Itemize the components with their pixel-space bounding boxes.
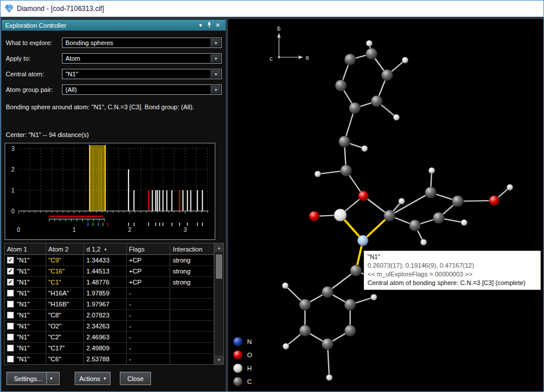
atom-c[interactable] xyxy=(335,80,347,91)
atom-h[interactable] xyxy=(362,146,368,152)
table-row[interactable]: ✓"N1""C1"1.48776+CPstrong xyxy=(5,277,214,288)
pin-icon[interactable] xyxy=(205,21,214,29)
table-row[interactable]: "N1""C6"2.53788- xyxy=(5,354,214,364)
atom1-cell: ✓"N1" xyxy=(5,277,46,287)
atom-c[interactable] xyxy=(350,265,362,276)
checkbox-checked[interactable]: ✓ xyxy=(7,279,14,286)
checkbox-unchecked[interactable] xyxy=(7,301,14,308)
atom-c[interactable] xyxy=(344,54,356,65)
atom-h[interactable] xyxy=(507,184,513,191)
table-row[interactable]: "N1""C2"2.46963- xyxy=(5,332,214,343)
chevron-down-icon[interactable]: ▾ xyxy=(211,39,220,47)
table-row[interactable]: "N1""H16B"1.97967- xyxy=(5,299,214,310)
atom-h[interactable] xyxy=(326,375,333,381)
settings-button[interactable]: Settings... ▾ xyxy=(6,372,60,385)
table-row[interactable]: "N1""H16A"1.97859- xyxy=(5,288,214,299)
actions-button[interactable]: Actions ▾ xyxy=(75,372,111,385)
atom-c[interactable] xyxy=(339,136,350,147)
atom-c[interactable] xyxy=(381,69,393,81)
atom-c[interactable] xyxy=(366,48,377,60)
panel-header[interactable]: Exploration Controller ▾ ✕ xyxy=(2,20,226,31)
scroll-up-icon[interactable]: ▲ xyxy=(215,243,223,252)
scrollbar-thumb[interactable] xyxy=(216,254,222,279)
atom-c[interactable] xyxy=(384,210,395,221)
table-scrollbar[interactable]: ▲ ▼ xyxy=(214,243,223,364)
atom-h[interactable] xyxy=(283,343,289,350)
control-dropdown[interactable]: "N1"▾ xyxy=(62,69,222,79)
table-row[interactable]: "N1""O2"2.34263- xyxy=(5,321,214,332)
checkbox-unchecked[interactable] xyxy=(7,312,14,319)
atom-c[interactable] xyxy=(344,325,356,336)
column-header[interactable]: Atom 2 xyxy=(46,243,84,254)
atom-c[interactable] xyxy=(299,325,311,336)
atom-h[interactable] xyxy=(366,40,373,47)
table-row[interactable]: "N1""C8"2.07823- xyxy=(5,310,214,321)
orientation-axes: bac xyxy=(263,25,316,66)
scroll-down-icon[interactable]: ▼ xyxy=(215,356,223,364)
table-row[interactable]: ✓"N1""C16"1.44513+CPstrong xyxy=(5,266,214,277)
settings-dropdown-arrow-icon[interactable]: ▾ xyxy=(46,372,56,384)
distance-table: Atom 1Atom 2d 1,2▲FlagsInteraction✓"N1""… xyxy=(4,243,224,365)
atom-h[interactable] xyxy=(461,220,468,226)
atom1-label: "N1" xyxy=(17,334,30,341)
atom-h[interactable] xyxy=(429,168,435,174)
checkbox-checked[interactable]: ✓ xyxy=(7,257,14,264)
atom-h[interactable] xyxy=(394,114,400,121)
control-label: Atom group pair: xyxy=(6,84,61,95)
atom1-cell: "N1" xyxy=(5,332,46,342)
atom-c[interactable] xyxy=(433,212,444,224)
distance-histogram-chart[interactable]: 01230123 xyxy=(5,143,215,240)
atom-c[interactable] xyxy=(322,338,333,350)
control-dropdown[interactable]: Bonding spheres▾ xyxy=(62,38,222,48)
chevron-down-icon[interactable]: ▾ xyxy=(211,70,220,78)
molecule-drawing[interactable] xyxy=(228,19,543,391)
title-bar: Diamond - [cod-7106313.cif] xyxy=(1,1,543,17)
column-header[interactable]: d 1,2▲ xyxy=(84,243,127,254)
control-label: What to explore: xyxy=(6,38,61,48)
atom-c[interactable] xyxy=(344,299,356,310)
atom-n[interactable] xyxy=(358,235,369,246)
panel-menu-icon[interactable]: ▾ xyxy=(196,21,205,29)
control-dropdown[interactable]: Atom▾ xyxy=(62,53,222,64)
column-header[interactable]: Atom 1 xyxy=(5,243,46,254)
checkbox-unchecked[interactable] xyxy=(7,323,14,330)
bond[interactable] xyxy=(389,193,431,216)
structure-viewport[interactable]: bac "N1" 0.26073(17), 0.19146(9), 0.4716… xyxy=(228,19,543,391)
atom-h[interactable] xyxy=(315,171,321,177)
control-dropdown[interactable]: (All)▾ xyxy=(62,84,222,95)
atom-c[interactable] xyxy=(371,95,383,107)
column-header[interactable]: Flags xyxy=(127,243,171,254)
close-button[interactable]: Close xyxy=(120,372,151,385)
column-header[interactable]: Interaction xyxy=(170,243,214,254)
atom-c[interactable] xyxy=(452,195,464,207)
window-title: Diamond - [cod-7106313.cif] xyxy=(17,5,104,13)
atom-c[interactable] xyxy=(322,286,333,298)
checkbox-unchecked[interactable] xyxy=(7,290,14,297)
checkbox-unchecked[interactable] xyxy=(7,356,14,363)
checkbox-unchecked[interactable] xyxy=(7,345,14,352)
atom-h[interactable] xyxy=(402,57,409,64)
molecule-bonds[interactable] xyxy=(285,43,510,378)
atom-h[interactable] xyxy=(371,294,377,301)
atom-c[interactable] xyxy=(425,187,436,198)
atom-c[interactable] xyxy=(409,220,421,231)
atom-o[interactable] xyxy=(309,211,319,221)
legend-sphere-c xyxy=(233,376,243,387)
atom-h[interactable] xyxy=(399,198,405,205)
chevron-down-icon[interactable]: ▾ xyxy=(211,86,220,94)
checkbox-checked[interactable]: ✓ xyxy=(7,268,14,275)
legend-sphere-n xyxy=(233,336,243,347)
atom-x[interactable] xyxy=(334,209,347,221)
atom-o[interactable] xyxy=(358,191,369,201)
atom-h[interactable] xyxy=(282,283,289,289)
atom-c[interactable] xyxy=(349,102,361,114)
checkbox-unchecked[interactable] xyxy=(7,334,14,341)
chevron-down-icon[interactable]: ▾ xyxy=(211,54,220,62)
atom-c[interactable] xyxy=(340,165,352,176)
atom-h[interactable] xyxy=(421,239,427,246)
table-row[interactable]: "N1""C17"2.49809- xyxy=(5,343,214,354)
atom-c[interactable] xyxy=(299,299,311,310)
table-row[interactable]: ✓"N1""C9"1.34433+CPstrong xyxy=(5,255,214,266)
close-icon[interactable]: ✕ xyxy=(214,21,222,29)
atom-o[interactable] xyxy=(489,195,499,206)
